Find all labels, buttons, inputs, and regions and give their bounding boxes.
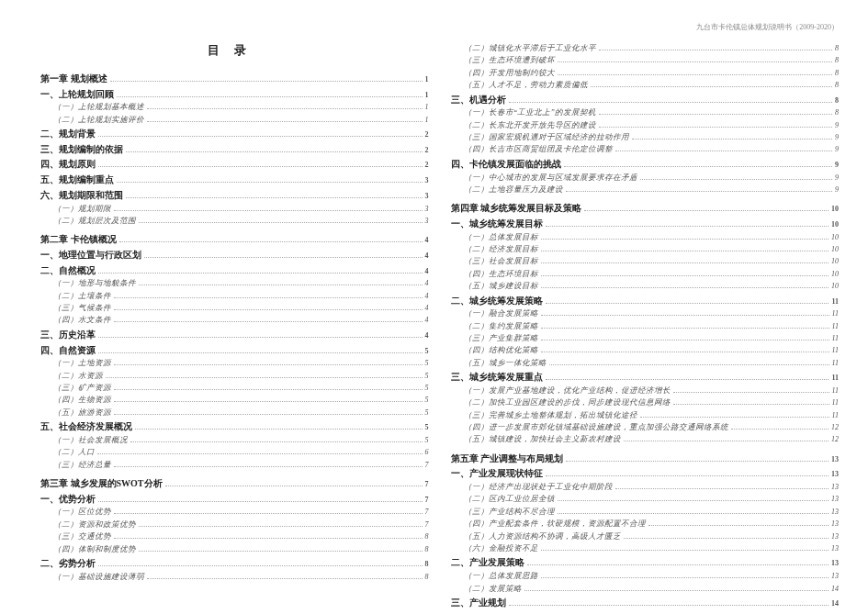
toc-leader-dots bbox=[509, 102, 833, 103]
toc-entry-label: （五）旅游资源 bbox=[53, 407, 111, 419]
toc-entry-page: 3 bbox=[425, 191, 429, 202]
toc-entry-page: 5 bbox=[425, 383, 429, 394]
toc-leader-dots bbox=[98, 273, 423, 274]
toc-entry-page: 3 bbox=[425, 204, 429, 215]
toc-entry-label: （四）生态环境目标 bbox=[464, 268, 538, 280]
toc-entry: （一）社会发展概况5 bbox=[40, 434, 429, 446]
toc-leader-dots bbox=[599, 50, 833, 50]
toc-entry-page: 10 bbox=[831, 204, 839, 215]
toc-entry-page: 7 bbox=[425, 507, 429, 518]
toc-leader-dots bbox=[546, 379, 829, 380]
toc-leader-dots bbox=[147, 578, 423, 579]
toc-entry: （一）融合发展策略11 bbox=[451, 307, 840, 319]
toc-column-left: 目录 第一章 规划概述1一、上轮规划回顾1（一）上轮规划基本概述1（二）上轮规划… bbox=[40, 42, 429, 596]
toc-leader-dots bbox=[106, 377, 423, 378]
toc-entry: （二）上轮规划实施评价1 bbox=[40, 114, 429, 126]
toc-leader-dots bbox=[541, 328, 829, 329]
toc-entry-page: 10 bbox=[831, 281, 839, 292]
toc-leader-dots bbox=[624, 441, 829, 441]
toc-leader-dots bbox=[541, 275, 829, 276]
toc-leader-dots bbox=[98, 352, 423, 353]
toc-leader-dots bbox=[527, 564, 829, 565]
toc-entry-label: 第二章 卡伦镇概况 bbox=[40, 232, 117, 247]
toc-entry: （三）国家宏观机遇对于区域经济的拉动作用9 bbox=[451, 131, 840, 143]
toc-entry-page: 9 bbox=[835, 120, 839, 131]
toc-entry: （一）基础设施建设薄弱8 bbox=[40, 571, 429, 583]
toc-leader-dots bbox=[126, 151, 423, 152]
toc-entry-label: 三、规划编制的依据 bbox=[40, 143, 123, 157]
toc-leader-dots bbox=[549, 364, 829, 365]
toc-entry: （四）产业配套条件，软硬规模，资源配置不合理13 bbox=[451, 518, 840, 530]
toc-entry: （一）上轮规划基本概述1 bbox=[40, 101, 429, 113]
toc-entry-page: 13 bbox=[831, 469, 839, 480]
toc-leader-dots bbox=[147, 121, 423, 122]
toc-entry: （四）进一步发展市郊化镇域基础设施建设，重点加强公路交通网络系统12 bbox=[451, 421, 840, 433]
toc-entry: 第三章 城乡发展的SWOT分析7 bbox=[40, 476, 429, 491]
toc-entry: 一、上轮规划回顾1 bbox=[40, 88, 429, 102]
toc-entry-label: （四）体制和制度优势 bbox=[53, 543, 136, 555]
toc-entry-label: （二）土地容量压力及建设 bbox=[464, 184, 563, 195]
toc-entry-label: （三）经济总量 bbox=[53, 459, 111, 471]
toc-entry-page: 8 bbox=[835, 107, 839, 118]
toc-entry: （二）规划层次及范围3 bbox=[40, 215, 429, 227]
toc-entry: （三）产业结构不尽合理13 bbox=[451, 506, 840, 518]
toc-leader-dots bbox=[139, 526, 423, 527]
toc-leader-dots bbox=[566, 461, 829, 462]
toc-entry-label: （一）发展产业基地建设，优化产业结构，促进经济增长 bbox=[464, 385, 671, 396]
toc-entry-page: 5 bbox=[425, 407, 429, 419]
toc-entry-page: 5 bbox=[425, 422, 429, 433]
toc-entry: （一）土地资源5 bbox=[40, 357, 429, 369]
toc-entry-label: 第一章 规划概述 bbox=[40, 72, 107, 86]
toc-entry-label: 五、规划编制重点 bbox=[40, 173, 114, 187]
toc-entry-page: 7 bbox=[425, 479, 429, 490]
toc-entry-label: （四）进一步发展市郊化镇域基础设施建设，重点加强公路交通网络系统 bbox=[464, 421, 728, 433]
toc-entry-page: 8 bbox=[835, 55, 839, 66]
toc-leader-dots bbox=[558, 61, 833, 62]
toc-entry-label: （一）上轮规划基本概述 bbox=[53, 101, 144, 113]
toc-entry-page: 14 bbox=[831, 598, 839, 609]
toc-entry: （一）中心城市的发展与区域发展要求存在矛盾9 bbox=[451, 172, 840, 184]
toc-entry: （一）总体发展思路13 bbox=[451, 570, 840, 582]
toc-entry-page: 13 bbox=[831, 507, 839, 518]
toc-leader-dots bbox=[541, 340, 829, 340]
toc-leader-dots bbox=[114, 297, 423, 298]
toc-entry-label: （二）上轮规划实施评价 bbox=[53, 114, 144, 126]
toc-leader-dots bbox=[126, 197, 423, 198]
toc-entry-label: 五、社会经济发展概况 bbox=[40, 420, 132, 434]
toc-entry: 一、城乡统筹发展目标10 bbox=[451, 218, 840, 231]
toc-entry-label: 二、劣势分析 bbox=[40, 557, 96, 571]
toc-entry-page: 10 bbox=[831, 232, 839, 243]
toc-leader-dots bbox=[615, 151, 833, 151]
toc-entry-page: 11 bbox=[831, 373, 839, 384]
toc-leader-dots bbox=[564, 166, 833, 167]
toc-entry-label: （三）交通优势 bbox=[53, 530, 111, 542]
toc-entry-label: （一）地形与地貌条件 bbox=[53, 277, 136, 289]
toc-entry-label: 二、自然概况 bbox=[40, 264, 96, 278]
toc-entry-page: 10 bbox=[831, 256, 839, 267]
toc-entry-page: 8 bbox=[835, 95, 839, 106]
toc-entry-page: 12 bbox=[831, 434, 839, 445]
toc-entry-page: 13 bbox=[831, 519, 839, 530]
toc-leader-dots bbox=[98, 166, 423, 167]
toc-leader-dots bbox=[541, 550, 829, 551]
toc-entry-page: 7 bbox=[425, 460, 429, 471]
toc-leader-dots bbox=[119, 241, 423, 242]
toc-entry-page: 11 bbox=[831, 296, 839, 307]
toc-leader-dots bbox=[584, 210, 829, 211]
toc-entry-label: （五）城镇建设，加快社会主义新农村建设 bbox=[464, 433, 621, 445]
toc-entry: （二）加快工业园区建设的步伐，同步建设现代信息网络11 bbox=[451, 396, 840, 408]
toc-leader-dots bbox=[114, 389, 423, 390]
toc-leader-dots bbox=[147, 108, 423, 109]
toc-leader-dots bbox=[640, 417, 829, 418]
toc-entry: （一）长春市“工业北上”的发展契机8 bbox=[451, 106, 840, 118]
toc-entry-page: 1 bbox=[425, 74, 429, 85]
toc-entry-label: （三）矿产资源 bbox=[53, 382, 111, 394]
toc-entry: （一）总体发展目标10 bbox=[451, 231, 840, 243]
toc-leader-dots bbox=[541, 239, 829, 240]
toc-leader-dots bbox=[673, 404, 829, 405]
toc-entry-label: （四）水文条件 bbox=[53, 314, 111, 326]
toc-entry: （一）发展产业基地建设，优化产业结构，促进经济增长11 bbox=[451, 385, 840, 396]
toc-entry-page: 13 bbox=[831, 494, 839, 505]
toc-leader-dots bbox=[648, 525, 829, 526]
toc-entry: （五）城乡建设目标10 bbox=[451, 280, 840, 292]
